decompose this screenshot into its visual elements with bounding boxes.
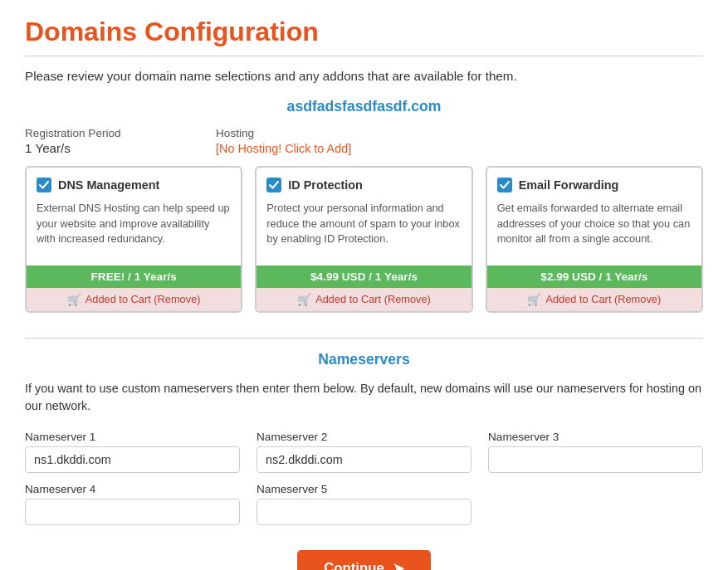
dns-checkbox[interactable] — [37, 178, 51, 192]
idprotect-cart-icon: 🛒 — [297, 293, 311, 306]
ns-divider-top — [25, 338, 703, 339]
domain-section: asdfadsfasdfasdf.com Registration Period… — [25, 98, 703, 313]
ns1-field: Nameserver 1 — [25, 431, 240, 473]
ns2-field: Nameserver 2 — [257, 431, 471, 473]
dns-cart[interactable]: 🛒 Added to Cart (Remove) — [27, 288, 241, 311]
idprotect-checkbox-row: ID Protection — [266, 178, 461, 192]
continue-button[interactable]: Continue ➤ — [297, 550, 431, 570]
ns4-input[interactable] — [25, 499, 240, 525]
dns-checkbox-row: DNS Management — [37, 178, 231, 192]
ns2-input[interactable] — [257, 446, 471, 473]
domain-name-title: asdfadsfasdfasdf.com — [25, 98, 703, 115]
dns-cart-icon: 🛒 — [67, 293, 81, 306]
ns5-field: Nameserver 5 — [257, 483, 471, 525]
addon-card-idprotect-body: ID Protection Protect your personal info… — [257, 168, 471, 266]
domain-meta: Registration Period 1 Year/s Hosting [No… — [25, 127, 703, 156]
ns5-input[interactable] — [257, 499, 471, 525]
registration-value: 1 Year/s — [25, 141, 216, 155]
title-divider — [25, 56, 703, 56]
ns1-input[interactable] — [25, 446, 240, 473]
nameservers-info: If you want to use custom nameservers th… — [25, 380, 703, 416]
dns-name: DNS Management — [58, 178, 159, 192]
continue-row: Continue ➤ — [25, 550, 703, 570]
page-subtitle: Please review your domain name selection… — [25, 69, 703, 83]
idprotect-checkbox[interactable] — [266, 178, 281, 192]
nameservers-grid: Nameserver 1 Nameserver 2 Nameserver 3 N… — [25, 431, 703, 525]
emailfwd-cart[interactable]: 🛒 Added to Cart (Remove) — [487, 288, 701, 311]
emailfwd-name: Email Forwarding — [519, 178, 619, 192]
idprotect-cart[interactable]: 🛒 Added to Cart (Remove) — [257, 288, 471, 311]
emailfwd-checkbox-row: Email Forwarding — [497, 178, 691, 192]
hosting-value-link[interactable]: [No Hosting! Click to Add] — [216, 142, 351, 155]
ns5-label: Nameserver 5 — [257, 483, 471, 495]
page-title: Domains Configuration — [25, 17, 703, 47]
emailfwd-price: $2.99 USD / 1 Year/s — [487, 266, 701, 288]
idprotect-price: $4.99 USD / 1 Year/s — [257, 266, 471, 288]
idprotect-cart-label: Added to Cart (Remove) — [315, 293, 431, 305]
ns3-field: Nameserver 3 — [488, 431, 703, 473]
ns4-label: Nameserver 4 — [25, 483, 240, 495]
addon-card-emailfwd: Email Forwarding Get emails forwarded to… — [486, 166, 703, 313]
addon-card-idprotect: ID Protection Protect your personal info… — [255, 166, 472, 313]
dns-description: External DNS Hosting can help speed up y… — [37, 201, 231, 247]
ns3-input[interactable] — [488, 446, 703, 473]
registration-label: Registration Period — [25, 127, 216, 139]
addon-card-emailfwd-body: Email Forwarding Get emails forwarded to… — [487, 168, 701, 266]
emailfwd-description: Get emails forwarded to alternate email … — [497, 201, 691, 247]
emailfwd-checkbox[interactable] — [497, 178, 512, 192]
addon-card-dns: DNS Management External DNS Hosting can … — [25, 166, 242, 313]
idprotect-name: ID Protection — [288, 178, 363, 192]
idprotect-description: Protect your personal information and re… — [266, 201, 461, 247]
ns4-field: Nameserver 4 — [25, 483, 240, 525]
ns3-label: Nameserver 3 — [488, 431, 703, 443]
emailfwd-cart-label: Added to Cart (Remove) — [545, 293, 661, 305]
hosting-label: Hosting — [216, 127, 703, 139]
nameservers-title: Nameservers — [25, 351, 703, 368]
ns1-label: Nameserver 1 — [25, 431, 240, 443]
ns2-label: Nameserver 2 — [257, 431, 471, 443]
emailfwd-cart-icon: 🛒 — [527, 293, 541, 306]
addons-grid: DNS Management External DNS Hosting can … — [25, 166, 703, 313]
hosting-item: Hosting [No Hosting! Click to Add] — [216, 127, 703, 156]
continue-arrow-icon: ➤ — [393, 560, 404, 570]
addon-card-dns-body: DNS Management External DNS Hosting can … — [27, 168, 241, 266]
registration-period-item: Registration Period 1 Year/s — [25, 127, 216, 156]
nameservers-section: Nameservers If you want to use custom na… — [25, 338, 703, 525]
dns-cart-label: Added to Cart (Remove) — [86, 293, 201, 305]
dns-price: FREE! / 1 Year/s — [27, 266, 241, 288]
continue-label: Continue — [324, 560, 384, 570]
